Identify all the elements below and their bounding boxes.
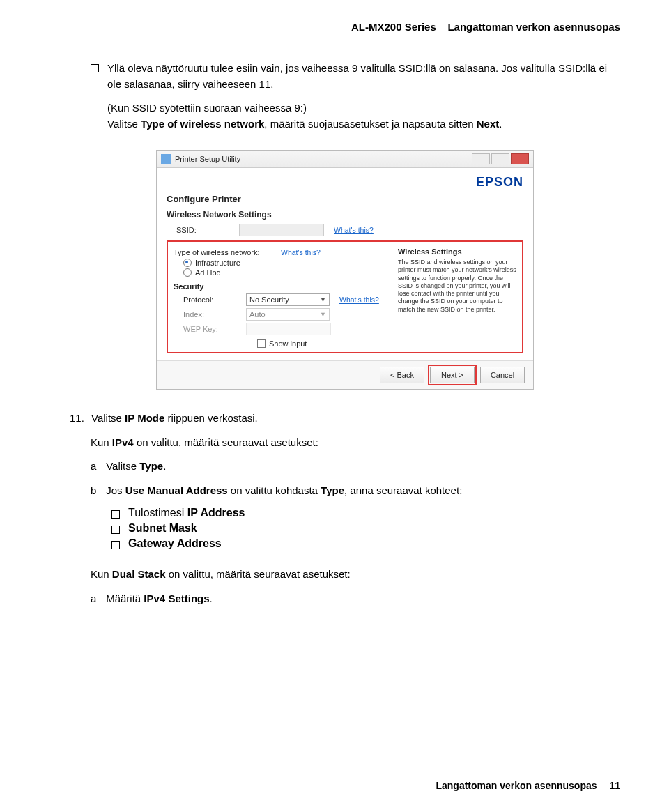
ssid-field[interactable] xyxy=(239,224,324,236)
security-heading: Security xyxy=(174,282,385,291)
sub-a: a Valitse Type. xyxy=(91,459,620,475)
ssid-label: SSID: xyxy=(176,226,239,234)
whats-this-link-ssid[interactable]: What's this? xyxy=(334,226,374,234)
square-bullet-icon xyxy=(112,510,120,519)
wireless-settings-side-heading: Wireless Settings xyxy=(398,247,516,256)
list-item: Gateway Address xyxy=(128,537,222,550)
index-label: Index: xyxy=(183,310,246,319)
page-footer: Langattoman verkon asennusopas 11 xyxy=(436,780,620,791)
sub-a-2: a Määritä IPv4 Settings. xyxy=(91,591,620,607)
window-titlebar: Printer Setup Utility xyxy=(157,151,533,168)
square-bullet-icon xyxy=(91,64,99,72)
index-select: Auto ▼ xyxy=(246,308,330,321)
app-icon xyxy=(161,154,171,164)
chevron-down-icon: ▼ xyxy=(320,296,326,303)
square-bullet-icon xyxy=(112,526,120,534)
ipv4-intro: Kun IPv4 on valittu, määritä seuraavat a… xyxy=(91,435,620,451)
whats-this-link-protocol[interactable]: What's this? xyxy=(339,296,379,304)
radio-adhoc[interactable] xyxy=(183,268,192,277)
footer-guide-title: Langattoman verkon asennusopas xyxy=(436,780,597,791)
dualstack-intro: Kun Dual Stack on valittu, määritä seura… xyxy=(91,567,620,583)
next-button[interactable]: Next > xyxy=(430,367,475,383)
step-11: 11. Valitse IP Mode riippuen verkostasi. xyxy=(70,411,620,427)
highlighted-settings-panel: Type of wireless network: What's this? I… xyxy=(167,240,523,353)
radio-infrastructure[interactable] xyxy=(183,259,192,267)
manual-address-fields-list: Tulostimesi IP Address Subnet Mask Gatew… xyxy=(112,507,620,550)
list-item: Subnet Mask xyxy=(128,522,197,535)
intro-para-1: Yllä oleva näyttöruutu tulee esiin vain,… xyxy=(107,61,620,92)
intro-bullet: Yllä oleva näyttöruutu tulee esiin vain,… xyxy=(91,61,620,140)
type-of-wireless-label: Type of wireless network: xyxy=(174,248,271,256)
cancel-button[interactable]: Cancel xyxy=(480,367,525,383)
show-input-checkbox[interactable] xyxy=(257,339,266,348)
wireless-network-settings-heading: Wireless Network Settings xyxy=(167,210,523,220)
epson-logo: EPSON xyxy=(167,175,523,190)
back-button[interactable]: < Back xyxy=(380,367,424,383)
window-title: Printer Setup Utility xyxy=(175,155,240,163)
protocol-label: Protocol: xyxy=(183,296,246,304)
list-item: Tulostimesi IP Address xyxy=(128,507,245,519)
wepkey-field xyxy=(246,323,331,335)
page-header: AL-MX200 Series Langattoman verkon asenn… xyxy=(70,21,620,33)
header-series: AL-MX200 Series xyxy=(351,21,436,33)
radio-adhoc-label: Ad Hoc xyxy=(195,268,220,277)
radio-infrastructure-label: Infrastructure xyxy=(195,259,240,267)
chevron-down-icon: ▼ xyxy=(320,311,326,318)
show-input-label: Show input xyxy=(269,339,307,348)
configure-printer-heading: Configure Printer xyxy=(167,194,523,204)
intro-para-2: (Kun SSID syötettiin suoraan vaiheessa 9… xyxy=(107,100,620,132)
wireless-settings-side-text: The SSID and wireless settings on your p… xyxy=(398,259,516,314)
header-guide-title: Langattoman verkon asennusopas xyxy=(447,21,620,33)
page-number: 11 xyxy=(609,780,620,791)
printer-setup-window: Printer Setup Utility EPSON Configure Pr… xyxy=(156,150,534,390)
protocol-select[interactable]: No Security ▼ xyxy=(246,293,330,306)
square-bullet-icon xyxy=(112,541,120,549)
sub-b: b Jos Use Manual Address on valittu kohd… xyxy=(91,483,620,499)
close-button[interactable] xyxy=(511,153,529,164)
minimize-button[interactable] xyxy=(472,153,490,164)
whats-this-link-type[interactable]: What's this? xyxy=(281,248,321,256)
wepkey-label: WEP Key: xyxy=(183,325,246,333)
maximize-button[interactable] xyxy=(491,153,509,164)
